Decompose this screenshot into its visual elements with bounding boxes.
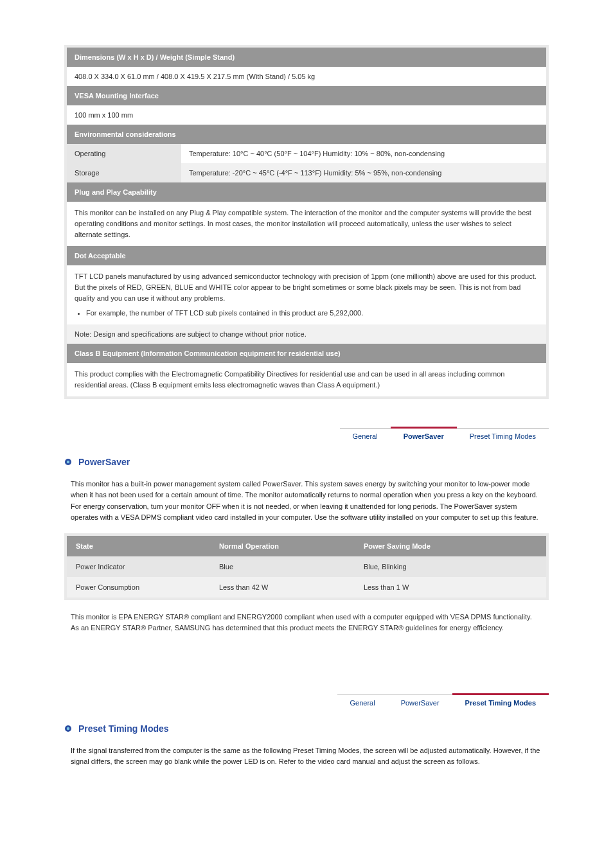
vesa-value: 100 mm x 100 mm (66, 105, 547, 125)
bullet-icon (64, 725, 72, 732)
operating-value: Temperature: 10°C ~ 40°C (50°F ~ 104°F) … (181, 144, 547, 163)
pnp-header: Plug and Play Capability (66, 182, 547, 202)
powersaver-title: PowerSaver (78, 457, 130, 467)
dot-header: Dot Acceptable (66, 246, 547, 265)
row-power-consumption: Power Consumption (66, 577, 210, 599)
pc-normal: Less than 42 W (210, 577, 355, 599)
tab-powersaver-active[interactable]: PowerSaver (391, 427, 457, 444)
tab-preset[interactable]: Preset Timing Modes (457, 429, 549, 444)
preset-title: Preset Timing Modes (78, 723, 169, 734)
dimensions-header: Dimensions (W x H x D) / Weight (Simple … (66, 46, 547, 67)
tab-powersaver-2[interactable]: PowerSaver (388, 695, 452, 711)
energystar-note: This monitor is EPA ENERGY STAR® complia… (71, 612, 542, 633)
classb-header: Class B Equipment (Information Communica… (66, 344, 547, 363)
dot-example: For example, the number of TFT LCD sub p… (86, 308, 538, 319)
tab-general-2[interactable]: General (337, 695, 388, 711)
classb-body: This product complies with the Electroma… (66, 363, 547, 398)
dot-body-text: TFT LCD panels manufactured by using adv… (75, 271, 538, 304)
tab-general[interactable]: General (340, 429, 391, 444)
bullet-icon (64, 458, 72, 466)
preset-para: If the signal transferred from the compu… (71, 745, 542, 767)
svg-point-3 (67, 727, 69, 730)
pnp-body: This monitor can be installed on any Plu… (66, 202, 547, 246)
operating-label: Operating (66, 144, 181, 163)
tab-preset-active[interactable]: Preset Timing Modes (452, 693, 549, 711)
col-state: State (66, 535, 210, 556)
spec-table: Dimensions (W x H x D) / Weight (Simple … (64, 45, 549, 399)
pi-psm: Blue, Blinking (355, 556, 547, 577)
row-power-indicator: Power Indicator (66, 556, 210, 577)
col-normal: Normal Operation (210, 535, 355, 556)
dot-body: TFT LCD panels manufactured by using adv… (66, 265, 547, 324)
pi-normal: Blue (210, 556, 355, 577)
tab-strip-powersaver: General PowerSaver Preset Timing Modes (64, 428, 549, 444)
svg-point-1 (67, 461, 69, 463)
dimensions-value: 408.0 X 334.0 X 61.0 mm / 408.0 X 419.5 … (66, 67, 547, 86)
powersaver-para: This monitor has a built-in power manage… (71, 479, 542, 522)
storage-label: Storage (66, 163, 181, 182)
pc-psm: Less than 1 W (355, 577, 547, 599)
env-header: Environmental considerations (66, 125, 547, 144)
storage-value: Temperature: -20°C ~ 45°C (-4°F ~ 113°F)… (181, 163, 547, 182)
powersaver-table: State Normal Operation Power Saving Mode… (64, 533, 549, 600)
note-design: Note: Design and specifications are subj… (66, 324, 547, 344)
tab-strip-preset: General PowerSaver Preset Timing Modes (64, 695, 549, 711)
vesa-header: VESA Mounting Interface (66, 86, 547, 105)
col-psm: Power Saving Mode (355, 535, 547, 556)
